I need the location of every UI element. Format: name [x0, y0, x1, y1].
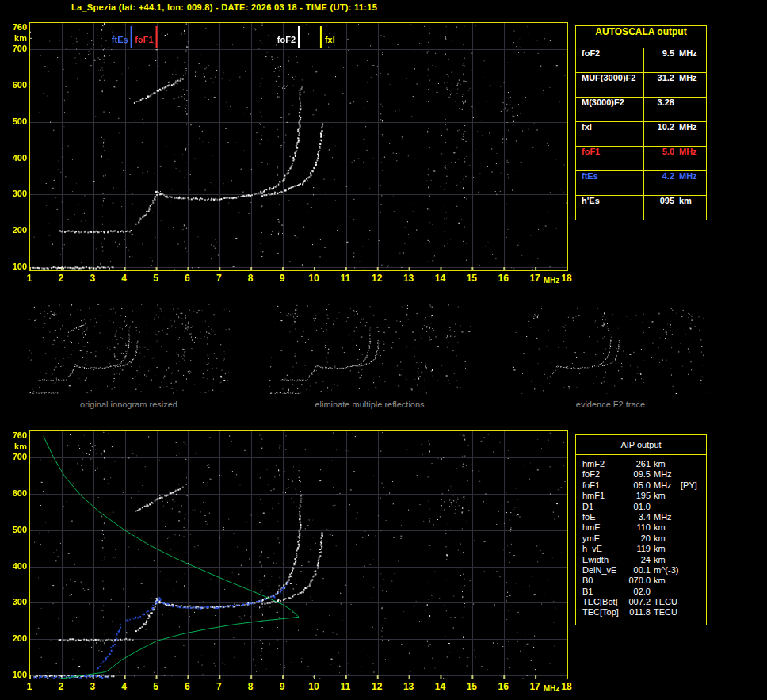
aip-row: B102.0 [582, 587, 706, 597]
aip-output-panel: AIP output hmF2261kmfoF209.5MHzfoF105.0M… [575, 434, 707, 625]
autoscala-parameter-unit: MHz [679, 48, 697, 72]
autoscala-rows: foF29.5MHzMUF(3000)F231.2MHzM(3000)F23.2… [576, 48, 706, 220]
x-axis-tick-label: 12 [368, 273, 386, 284]
autoscala-panel-title: AUTOSCALA output [576, 26, 706, 48]
aip-parameter-name: hmF2 [582, 459, 624, 469]
aip-row: TEC[Bot]007.2TECU [582, 597, 706, 607]
x-axis-tick-label: 13 [400, 273, 418, 284]
thumbnail-eliminate-reflections-canvas [269, 304, 471, 394]
aip-parameter-value: 007.2 [624, 597, 651, 607]
aip-parameter-name: D1 [582, 502, 624, 512]
autoscala-parameter-name: fxI [576, 122, 644, 146]
aip-parameter-name: h_vE [582, 544, 624, 554]
aip-parameter-unit: km [654, 555, 679, 565]
aip-parameter-value: 3.4 [624, 512, 651, 522]
autoscala-row: ftEs4.2MHz [576, 171, 706, 196]
aip-parameter-value: 00.1 [624, 565, 651, 576]
aip-parameter-unit: km [654, 522, 679, 533]
y-axis-tick-label: 100 [5, 670, 27, 679]
autoscala-parameter-unit: MHz [679, 147, 697, 170]
x-axis-tick-label: 10 [305, 681, 322, 692]
y-axis-tick-label: 200 [5, 633, 27, 643]
autoscala-parameter-unit: MHz [679, 122, 697, 146]
y-axis-tick-label: 400 [5, 153, 27, 163]
autoscala-parameter-name: M(3000)F2 [576, 98, 644, 121]
x-axis-tick-label: 9 [273, 273, 291, 284]
aip-parameter-name: DelN_vE [582, 565, 624, 576]
aip-parameter-unit: TECU [654, 597, 679, 607]
aip-parameter-name: foE [582, 512, 624, 522]
aip-parameter-value: 01.0 [624, 502, 651, 512]
y-axis-tick-label: 300 [5, 597, 27, 606]
bottom-ionogram-canvas [29, 430, 568, 679]
x-axis-tick-label: 11 [337, 681, 354, 692]
autoscala-parameter-name: foF2 [576, 48, 644, 72]
autoscala-parameter-value: 095 [644, 196, 674, 220]
x-axis-tick-label: 16 [494, 681, 512, 692]
x-axis-tick-label: 1 [21, 681, 38, 692]
aip-parameter-unit: km [654, 576, 679, 586]
aip-parameter-unit: MHz [654, 480, 679, 491]
aip-panel-title: AIP output [576, 435, 706, 455]
autoscala-parameter-name: h'Es [576, 196, 644, 220]
autoscala-parameter-name: foF1 [576, 147, 644, 170]
aip-parameter-value: 110 [624, 522, 651, 533]
aip-row: h_vE119km [582, 544, 706, 554]
x-axis-tick-label: 4 [116, 273, 133, 284]
aip-parameter-name: TEC[Bot] [582, 597, 624, 607]
autoscala-parameter-name: MUF(3000)F2 [576, 73, 644, 97]
aip-row: hmF2261km [582, 459, 706, 469]
x-axis-unit-label: MHz [540, 276, 563, 285]
aip-parameter-value: 195 [624, 491, 651, 501]
aip-parameter-unit: MHz [654, 512, 679, 522]
y-axis-tick-label: 600 [5, 488, 27, 498]
autoscala-app-window: La_Spezia (lat: +44.1, lon: 009.8) - DAT… [0, 0, 767, 700]
x-axis-tick-label: 6 [178, 681, 196, 692]
aip-rows: hmF2261kmfoF209.5MHzfoF105.0MHz[PY]hmF11… [576, 455, 706, 618]
page-title: La_Spezia (lat: +44.1, lon: 009.8) - DAT… [71, 2, 377, 12]
autoscala-row: fxI10.2MHz [576, 122, 706, 147]
x-axis-tick-label: 9 [273, 681, 291, 692]
aip-parameter-name: B0 [582, 576, 624, 586]
x-axis-tick-label: 15 [463, 681, 480, 692]
autoscala-parameter-name: ftEs [576, 171, 644, 195]
aip-row: B0070.0km [582, 576, 706, 586]
aip-parameter-unit: km [654, 544, 679, 554]
x-axis-tick-label: 5 [147, 273, 165, 284]
aip-parameter-name: ymE [582, 534, 624, 544]
aip-row: DelN_vE00.1m^(-3) [582, 565, 706, 576]
x-axis-tick-label: 2 [52, 273, 70, 284]
autoscala-parameter-value: 5.0 [644, 147, 674, 170]
aip-row: TEC[Top]011.8TECU [582, 607, 706, 618]
aip-parameter-name: hmF1 [582, 491, 624, 501]
autoscala-row: foF15.0MHz [576, 147, 706, 171]
y-axis-tick-label: 500 [5, 525, 27, 534]
aip-parameter-value: 02.0 [624, 587, 651, 597]
y-axis-tick-label: 500 [5, 117, 27, 126]
aip-parameter-unit: MHz [654, 469, 679, 480]
thumbnail-caption-evidence: evidence F2 trace [509, 400, 712, 409]
x-axis-tick-label: 11 [337, 273, 354, 284]
y-axis-tick-label: 700 [5, 452, 27, 461]
y-axis-tick-label: 100 [5, 262, 27, 271]
aip-parameter-unit: km [654, 491, 679, 501]
autoscala-parameter-unit: km [679, 196, 692, 220]
x-axis-tick-label: 7 [210, 273, 227, 284]
x-axis-tick-label: 1 [21, 273, 38, 284]
x-axis-unit-label: MHz [540, 684, 563, 693]
y-axis-unit-label: km [5, 33, 27, 43]
aip-row: Ewidth24km [582, 555, 706, 565]
autoscala-parameter-value: 9.5 [644, 48, 674, 72]
aip-parameter-value: 011.8 [624, 607, 651, 618]
aip-parameter-name: TEC[Top] [582, 607, 624, 618]
autoscala-parameter-value: 3.28 [644, 98, 674, 121]
thumbnail-caption-eliminate: eliminate multiple reflections [269, 400, 471, 409]
y-axis-tick-label: 300 [5, 189, 27, 198]
aip-parameter-flag: [PY] [681, 480, 697, 491]
aip-parameter-name: Ewidth [582, 555, 624, 565]
aip-parameter-unit: m^(-3) [654, 565, 679, 576]
aip-parameter-unit: km [654, 459, 679, 469]
aip-row: foF105.0MHz[PY] [582, 480, 706, 491]
y-axis-tick-label: 600 [5, 80, 27, 90]
x-axis-tick-label: 16 [494, 273, 512, 284]
